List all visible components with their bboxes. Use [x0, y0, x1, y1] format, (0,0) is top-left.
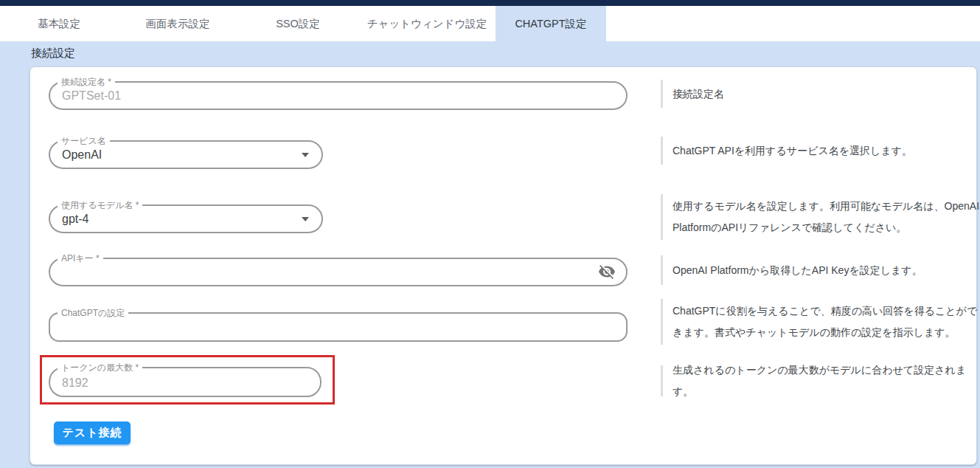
max-tokens-label: トークンの最大数 * [58, 363, 142, 372]
visibility-off-icon[interactable] [598, 263, 616, 281]
tab-chat-window-settings[interactable]: チャットウィンドウ設定 [358, 6, 496, 41]
chatgpt-settings-field[interactable]: ChatGPTの設定 [49, 309, 628, 342]
dropdown-arrow-icon [302, 217, 309, 221]
help-service-name: ChatGPT APIを利用するサービス名を選択します。 [661, 137, 980, 165]
tab-chatgpt-settings[interactable]: CHATGPT設定 [496, 6, 606, 41]
connection-name-field[interactable]: 接続設定名 * GPTSet-01 [49, 78, 628, 110]
tab-content-area: 接続設定 接続設定名 * GPTSet-01 サービス名 OpenAI 使用する… [0, 41, 980, 468]
api-key-field[interactable]: APIキー * [49, 254, 628, 286]
dropdown-arrow-icon [302, 153, 309, 157]
chatgpt-settings-page: 基本設定 画面表示設定 SSO設定 チャットウィンドウ設定 CHATGPT設定 … [0, 0, 980, 468]
api-key-label: APIキー * [58, 254, 103, 263]
help-text: 使用するモデル名を設定します。利用可能なモデル名は、OpenAI Platfor… [673, 196, 980, 238]
help-text: 接続設定名 [673, 83, 724, 105]
top-navy-bar [0, 0, 980, 6]
test-connection-button[interactable]: テスト接続 [54, 421, 131, 444]
model-name-label: 使用するモデル名 * [58, 201, 142, 210]
service-name-select[interactable]: サービス名 OpenAI [49, 137, 323, 169]
model-name-select[interactable]: 使用するモデル名 * gpt-4 [49, 201, 323, 233]
connection-name-value: GPTSet-01 [62, 89, 595, 103]
help-text: OpenAI Platformから取得したAPI Keyを設定します。 [673, 260, 922, 281]
help-text: ChatGPTに役割を与えることで、精度の高い回答を得ることができます。書式やチ… [673, 300, 980, 343]
chatgpt-settings-label: ChatGPTの設定 [58, 309, 128, 317]
tab-display-settings[interactable]: 画面表示設定 [118, 6, 237, 41]
settings-tab-bar: 基本設定 画面表示設定 SSO設定 チャットウィンドウ設定 CHATGPT設定 [0, 6, 980, 41]
connection-name-label: 接続設定名 * [58, 78, 115, 86]
max-tokens-field[interactable]: トークンの最大数 * 8192 [49, 363, 322, 397]
tab-sso-settings[interactable]: SSO設定 [237, 6, 358, 41]
help-model-name: 使用するモデル名を設定します。利用可能なモデル名は、OpenAI Platfor… [661, 194, 980, 240]
service-name-value: OpenAI [62, 148, 291, 162]
connection-settings-card: 接続設定名 * GPTSet-01 サービス名 OpenAI 使用するモデル名 … [29, 66, 977, 465]
help-api-key: OpenAI Platformから取得したAPI Keyを設定します。 [661, 255, 980, 285]
section-title: 接続設定 [31, 47, 75, 61]
help-max-tokens: 生成されるのトークンの最大数がモデルに合わせて設定されます。 [661, 365, 980, 396]
service-name-label: サービス名 [58, 137, 110, 145]
help-text: 生成されるのトークンの最大数がモデルに合わせて設定されます。 [673, 359, 980, 402]
help-connection-name: 接続設定名 [661, 80, 980, 108]
help-text: ChatGPT APIを利用するサービス名を選択します。 [673, 140, 912, 162]
help-chatgpt-settings: ChatGPTに役割を与えることで、精度の高い回答を得ることができます。書式やチ… [661, 299, 980, 345]
model-name-value: gpt-4 [62, 212, 291, 227]
max-tokens-value: 8192 [62, 376, 289, 390]
tab-basic-settings[interactable]: 基本設定 [0, 6, 118, 41]
